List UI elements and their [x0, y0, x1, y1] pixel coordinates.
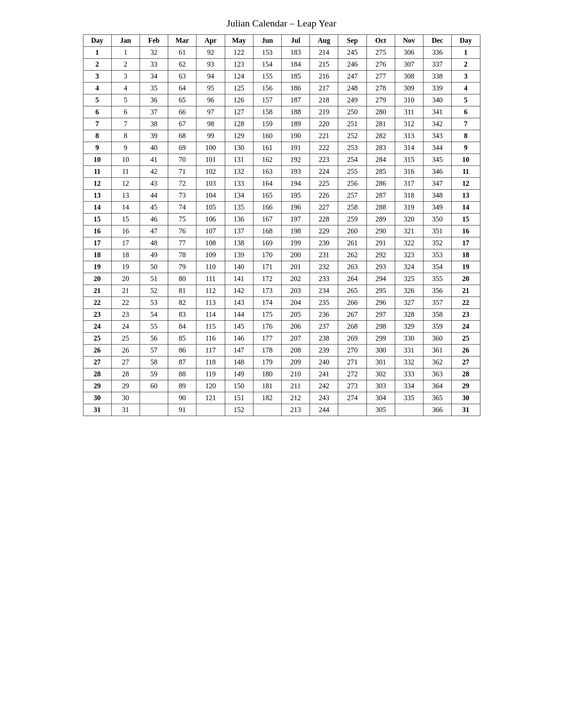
table-cell: 245	[338, 47, 367, 59]
table-cell: 290	[367, 225, 395, 237]
table-cell: 155	[253, 71, 281, 83]
table-cell: 127	[225, 106, 253, 118]
table-cell: 85	[168, 333, 196, 345]
table-row: 663766971271581882192502803113416	[83, 106, 480, 118]
table-cell: 146	[225, 333, 253, 345]
table-cell: 28	[111, 368, 140, 380]
table-row: 1313447310413416519522625728731834813	[83, 190, 480, 202]
table-cell: 317	[395, 178, 423, 190]
table-cell: 289	[367, 214, 395, 225]
table-cell: 68	[168, 130, 196, 142]
table-cell: 164	[253, 178, 281, 190]
table-cell: 69	[168, 142, 196, 154]
table-cell: 83	[168, 309, 196, 321]
table-cell: 14	[452, 202, 480, 214]
table-cell: 7	[111, 118, 140, 130]
table-cell: 251	[338, 118, 367, 130]
table-cell: 4	[111, 83, 140, 94]
table-cell: 295	[367, 285, 395, 297]
table-row: 1111427110213216319322425528531634611	[83, 166, 480, 178]
table-cell: 52	[140, 285, 168, 297]
table-cell: 282	[367, 130, 395, 142]
table-cell: 230	[310, 237, 338, 249]
table-row: 1717487710813816919923026129132235217	[83, 237, 480, 249]
table-cell: 66	[168, 106, 196, 118]
table-cell: 11	[452, 166, 480, 178]
table-cell: 316	[395, 166, 423, 178]
table-cell: 31	[111, 404, 140, 416]
table-cell: 139	[225, 249, 253, 261]
table-cell: 203	[281, 285, 310, 297]
table-cell: 64	[168, 83, 196, 94]
table-cell: 280	[367, 106, 395, 118]
table-cell: 196	[281, 202, 310, 214]
table-row: 2222538211314317420423526629632735722	[83, 297, 480, 309]
table-cell: 188	[281, 106, 310, 118]
table-cell: 176	[253, 321, 281, 333]
table-cell: 37	[140, 106, 168, 118]
table-cell: 165	[253, 190, 281, 202]
table-cell: 329	[395, 321, 423, 333]
table-cell: 297	[367, 309, 395, 321]
table-cell: 268	[338, 321, 367, 333]
table-cell: 149	[225, 368, 253, 380]
table-cell: 362	[423, 356, 451, 368]
table-cell: 93	[196, 59, 225, 71]
table-cell: 236	[310, 309, 338, 321]
table-cell: 1	[111, 47, 140, 59]
table-cell: 147	[225, 345, 253, 356]
table-cell: 17	[452, 237, 480, 249]
table-cell: 18	[452, 249, 480, 261]
table-cell: 242	[310, 380, 338, 392]
table-cell: 190	[281, 130, 310, 142]
table-cell: 354	[423, 261, 451, 273]
table-cell: 276	[367, 59, 395, 71]
table-cell: 23	[111, 309, 140, 321]
table-cell: 125	[225, 83, 253, 94]
table-cell: 252	[338, 130, 367, 142]
table-cell: 323	[395, 249, 423, 261]
table-cell: 187	[281, 94, 310, 106]
table-row: 1818497810913917020023126229232335318	[83, 249, 480, 261]
table-cell: 351	[423, 225, 451, 237]
table-cell: 6	[111, 106, 140, 118]
table-cell: 312	[395, 118, 423, 130]
table-cell: 108	[196, 237, 225, 249]
table-cell: 6	[452, 106, 480, 118]
table-cell: 30	[111, 392, 140, 404]
table-cell: 308	[395, 71, 423, 83]
table-cell: 131	[225, 154, 253, 166]
table-cell: 279	[367, 94, 395, 106]
table-cell: 29	[452, 380, 480, 392]
table-cell: 135	[225, 202, 253, 214]
table-cell: 270	[338, 345, 367, 356]
table-cell: 19	[452, 261, 480, 273]
table-cell: 244	[310, 404, 338, 416]
table-cell: 281	[367, 118, 395, 130]
table-cell: 145	[225, 321, 253, 333]
table-cell: 117	[196, 345, 225, 356]
table-cell: 175	[253, 309, 281, 321]
table-cell: 104	[196, 190, 225, 202]
table-cell: 92	[196, 47, 225, 59]
table-cell: 160	[253, 130, 281, 142]
table-cell: 115	[196, 321, 225, 333]
table-cell	[338, 404, 367, 416]
table-cell: 343	[423, 130, 451, 142]
table-row: 31319115221324430536631	[83, 404, 480, 416]
table-cell: 24	[83, 321, 111, 333]
table-cell: 278	[367, 83, 395, 94]
table-cell: 25	[83, 333, 111, 345]
table-cell: 17	[111, 237, 140, 249]
table-cell: 12	[83, 178, 111, 190]
table-cell: 34	[140, 71, 168, 83]
table-cell: 40	[140, 142, 168, 154]
table-cell: 233	[310, 273, 338, 285]
column-header-apr: Apr	[196, 35, 225, 47]
table-cell: 266	[338, 297, 367, 309]
table-cell: 216	[310, 71, 338, 83]
table-cell: 365	[423, 392, 451, 404]
column-header-dec: Dec	[423, 35, 451, 47]
table-cell: 291	[367, 237, 395, 249]
table-cell: 205	[281, 309, 310, 321]
